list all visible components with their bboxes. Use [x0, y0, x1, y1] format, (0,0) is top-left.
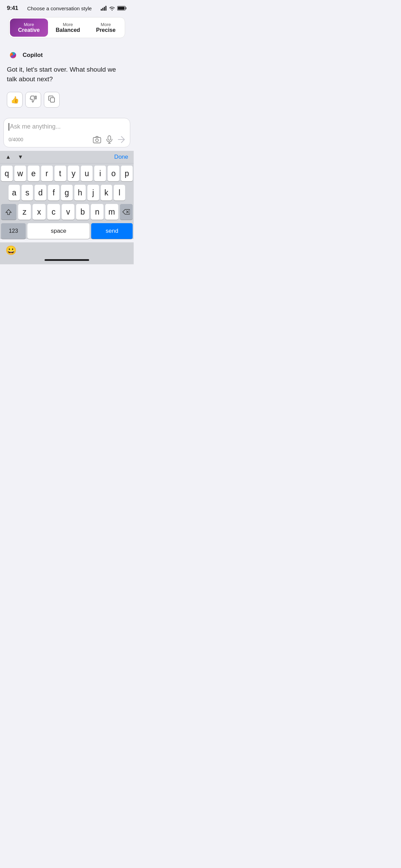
style-btn-creative-bottom: Creative: [12, 27, 46, 33]
key-d[interactable]: d: [35, 185, 46, 201]
send-button[interactable]: [118, 136, 125, 143]
thumbs-down-button[interactable]: [25, 92, 41, 108]
input-container: Ask me anything... 0/4000: [3, 118, 130, 147]
key-i[interactable]: i: [94, 166, 106, 181]
copy-icon: [48, 96, 55, 104]
status-icons: [101, 6, 127, 11]
key-h[interactable]: h: [74, 185, 86, 201]
svg-point-10: [96, 139, 98, 142]
battery-icon: [117, 6, 127, 11]
keyboard-toolbar: ▲ ▼ Done: [0, 151, 134, 164]
keyboard-row-4: 123 space send: [1, 223, 133, 239]
toolbar-down-arrow[interactable]: ▼: [18, 154, 23, 160]
key-f[interactable]: f: [48, 185, 59, 201]
key-r[interactable]: r: [41, 166, 53, 181]
key-e[interactable]: e: [28, 166, 39, 181]
key-send-keyboard[interactable]: send: [91, 223, 133, 239]
thumbs-up-icon: 👍: [11, 96, 19, 104]
key-o[interactable]: o: [108, 166, 119, 181]
microphone-icon: [106, 135, 113, 144]
emoji-row: 😀: [0, 242, 134, 258]
key-z[interactable]: z: [18, 204, 31, 220]
copilot-logo-icon: [7, 49, 19, 61]
copy-button[interactable]: [44, 92, 60, 108]
thumbs-down-icon: [29, 95, 37, 105]
key-w[interactable]: w: [14, 166, 26, 181]
input-placeholder[interactable]: Ask me anything...: [10, 123, 125, 133]
svg-rect-8: [50, 98, 54, 102]
wifi-icon: [109, 6, 115, 11]
style-btn-creative[interactable]: More Creative: [10, 19, 48, 37]
key-q[interactable]: q: [1, 166, 13, 181]
key-numbers[interactable]: 123: [1, 223, 26, 239]
key-backspace[interactable]: [120, 204, 133, 220]
send-icon: [118, 136, 125, 143]
signal-icon: [101, 6, 107, 11]
microphone-button[interactable]: [106, 135, 113, 144]
keyboard: q w e r t y u i o p a s d f g h j k l z …: [0, 164, 134, 239]
status-time: 9:41: [7, 5, 18, 12]
text-cursor: [9, 123, 9, 131]
input-bottom-row: 0/4000: [9, 135, 125, 144]
home-indicator-row: [0, 258, 134, 264]
status-bar: 9:41 Choose a conversation style: [0, 0, 134, 13]
status-title: Choose a conversation style: [27, 5, 92, 11]
svg-rect-0: [101, 9, 102, 11]
style-btn-balanced-bottom: Balanced: [51, 27, 85, 33]
svg-rect-5: [125, 7, 126, 9]
key-n[interactable]: n: [91, 204, 104, 220]
key-u[interactable]: u: [81, 166, 93, 181]
action-buttons: 👍: [7, 92, 127, 108]
toolbar-up-arrow[interactable]: ▲: [5, 154, 11, 160]
thumbs-up-button[interactable]: 👍: [7, 92, 23, 108]
svg-rect-3: [105, 6, 106, 11]
key-s[interactable]: s: [22, 185, 33, 201]
svg-rect-2: [104, 7, 105, 11]
chat-area: Copilot Got it, let's start over. What s…: [0, 42, 134, 118]
key-x[interactable]: x: [33, 204, 45, 220]
done-button[interactable]: Done: [114, 154, 128, 160]
svg-rect-11: [108, 136, 111, 140]
keyboard-row-2: a s d f g h j k l: [1, 185, 133, 201]
copilot-message: Got it, let's start over. What should we…: [7, 65, 127, 84]
camera-button[interactable]: [93, 136, 101, 143]
key-l[interactable]: l: [114, 185, 125, 201]
camera-icon: [93, 136, 101, 143]
emoji-button[interactable]: 😀: [5, 245, 16, 256]
key-g[interactable]: g: [61, 185, 72, 201]
key-a[interactable]: a: [9, 185, 20, 201]
key-shift[interactable]: [1, 204, 16, 220]
svg-rect-6: [118, 7, 124, 10]
key-j[interactable]: j: [87, 185, 99, 201]
keyboard-row-1: q w e r t y u i o p: [1, 166, 133, 181]
key-y[interactable]: y: [68, 166, 80, 181]
input-action-icons: [93, 135, 125, 144]
style-selector: More Creative More Balanced More Precise: [9, 17, 125, 38]
style-btn-creative-top: More: [12, 22, 46, 27]
style-btn-precise-top: More: [89, 22, 123, 27]
key-v[interactable]: v: [62, 204, 74, 220]
key-t[interactable]: t: [54, 166, 66, 181]
style-btn-balanced[interactable]: More Balanced: [49, 17, 87, 38]
key-m[interactable]: m: [105, 204, 118, 220]
key-p[interactable]: p: [121, 166, 133, 181]
style-btn-balanced-top: More: [51, 22, 85, 27]
home-indicator: [45, 259, 89, 261]
key-c[interactable]: c: [47, 204, 60, 220]
svg-rect-1: [102, 8, 103, 11]
svg-rect-9: [93, 137, 101, 143]
key-space[interactable]: space: [27, 223, 89, 239]
keyboard-row-3: z x c v b n m: [1, 204, 133, 220]
style-btn-precise-bottom: Precise: [89, 27, 123, 33]
copilot-header: Copilot: [7, 49, 127, 61]
style-btn-precise[interactable]: More Precise: [87, 17, 125, 38]
svg-rect-7: [35, 96, 36, 99]
key-b[interactable]: b: [76, 204, 89, 220]
char-count: 0/4000: [9, 137, 23, 142]
copilot-name: Copilot: [23, 52, 43, 59]
key-k[interactable]: k: [101, 185, 112, 201]
toolbar-nav: ▲ ▼: [5, 154, 23, 160]
